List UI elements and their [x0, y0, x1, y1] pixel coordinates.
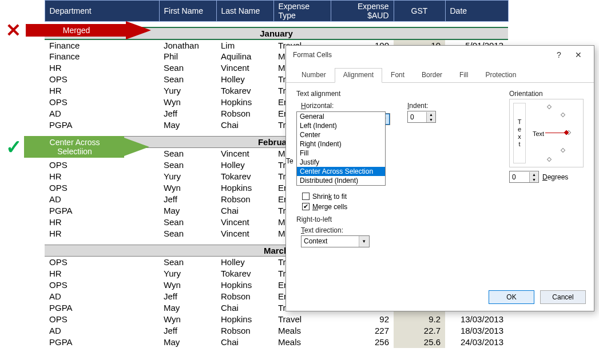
option-distributed[interactable]: Distributed (Indent): [297, 176, 385, 185]
dialog-title: Format Cells: [293, 51, 549, 59]
label-degrees: Degrees: [542, 173, 568, 181]
spinner-buttons[interactable]: ▲▼: [529, 172, 538, 182]
ok-button[interactable]: OK: [489, 290, 534, 304]
checkbox-shrink[interactable]: Shrink to fit: [302, 193, 584, 201]
option-left[interactable]: Left (Indent): [297, 121, 385, 130]
table-row[interactable]: PGPAMayChaiMeals25625.624/03/2013: [0, 337, 599, 348]
orientation-text-label: Text: [533, 130, 544, 137]
option-fill[interactable]: Fill: [297, 149, 385, 158]
col-first[interactable]: First Name: [159, 1, 216, 22]
col-last[interactable]: Last Name: [216, 1, 273, 22]
arrow-icon: [124, 138, 149, 156]
tab-number[interactable]: Number: [293, 68, 335, 83]
option-center[interactable]: Center: [297, 130, 385, 139]
tab-alignment[interactable]: Alignment: [335, 68, 382, 83]
col-type[interactable]: Expense Type: [273, 1, 331, 22]
col-department[interactable]: Department: [45, 1, 159, 22]
tab-border[interactable]: Border: [413, 68, 451, 83]
spinner-buttons[interactable]: ▲▼: [426, 112, 435, 122]
checkbox-icon[interactable]: [302, 193, 310, 200]
orientation-vertical-button[interactable]: Text: [513, 103, 526, 163]
col-amount[interactable]: Expense $AUD: [331, 1, 394, 22]
checkbox-merge[interactable]: ✔ Merge cells: [302, 203, 584, 211]
callout-merged: ✕ Merged: [6, 19, 151, 41]
label-shrink: Shrink to fit: [312, 193, 347, 201]
direction-dropdown[interactable]: Context ▾: [301, 235, 370, 247]
col-date[interactable]: Date: [445, 1, 508, 22]
option-justify[interactable]: Justify: [297, 158, 385, 167]
table-row[interactable]: ADJeffRobsonMeals22722.718/03/2013: [0, 325, 599, 337]
tab-fill[interactable]: Fill: [451, 68, 477, 83]
arrow-icon: [126, 21, 151, 39]
header-row: Department First Name Last Name Expense …: [0, 1, 599, 22]
col-gst[interactable]: GST: [394, 1, 445, 22]
label-rtl: Right-to-left: [296, 215, 584, 223]
tab-protection[interactable]: Protection: [477, 68, 525, 83]
table-row[interactable]: OPSWynHopkinsTravel929.213/03/2013: [0, 314, 599, 325]
callout-center-across: ✓ Center Across Selectiion: [6, 135, 149, 158]
option-general[interactable]: General: [297, 112, 385, 121]
label-horizontal: Horizontal:: [301, 102, 390, 110]
tab-font[interactable]: Font: [382, 68, 413, 83]
chevron-down-icon[interactable]: ▾: [359, 236, 369, 247]
degrees-spinner[interactable]: 0 ▲▼: [509, 171, 539, 183]
format-cells-dialog: Format Cells ? ✕ Number Alignment Font B…: [285, 45, 594, 311]
indent-spinner[interactable]: 0 ▲▼: [407, 111, 436, 123]
horizontal-dropdown-list[interactable]: General Left (Indent) Center Right (Inde…: [296, 111, 386, 186]
callout-center-across-label: Center Across Selectiion: [24, 136, 124, 158]
option-center-across[interactable]: Center Across Selection: [297, 167, 385, 176]
cross-icon: ✕: [6, 19, 21, 41]
orientation-dial[interactable]: Text: [530, 103, 580, 163]
label-direction: Text direction:: [301, 226, 584, 234]
dialog-tabs: Number Alignment Font Border Fill Protec…: [286, 67, 594, 83]
checkbox-icon[interactable]: ✔: [302, 203, 310, 210]
callout-merged-label: Merged: [26, 24, 126, 37]
help-button[interactable]: ?: [549, 49, 569, 61]
label-orientation: Orientation: [509, 90, 584, 98]
option-right[interactable]: Right (Indent): [297, 139, 385, 149]
close-button[interactable]: ✕: [569, 49, 588, 61]
check-icon: ✓: [6, 135, 22, 158]
dialog-titlebar[interactable]: Format Cells ? ✕: [286, 46, 594, 63]
cancel-button[interactable]: Cancel: [540, 290, 586, 304]
label-text-control: Te: [286, 157, 293, 165]
label-indent: Indent:: [407, 102, 436, 110]
label-merge: Merge cells: [312, 203, 347, 211]
orientation-group: Orientation Text Text 0: [509, 87, 584, 183]
